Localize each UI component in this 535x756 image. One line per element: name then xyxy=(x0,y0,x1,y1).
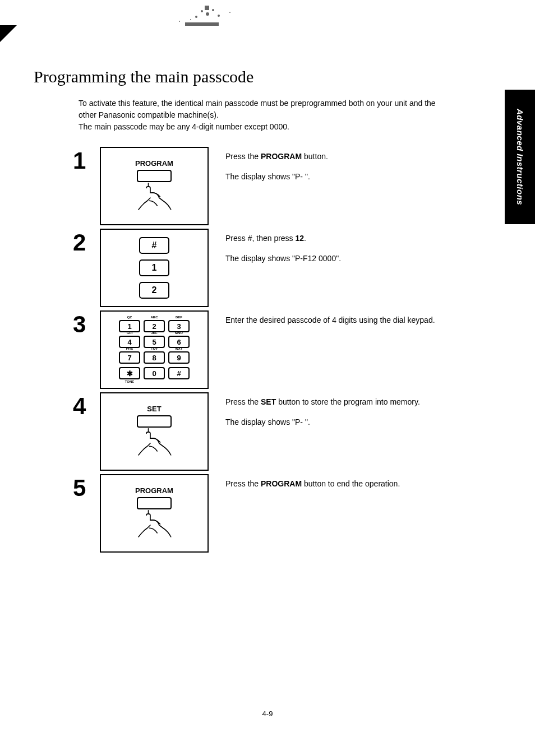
svg-point-5 xyxy=(190,19,191,20)
steps-list: 1 PROGRAM Press the PROGRAM button.The d… xyxy=(73,147,501,553)
step-description: Press the PROGRAM button to end the oper… xyxy=(209,474,400,498)
step-illustration: QZ 1 ABC 2 DEF 3 GHI 4 JKL 5 xyxy=(100,310,209,389)
intro-text: To activate this feature, the identical … xyxy=(79,98,449,133)
svg-rect-6 xyxy=(185,22,219,26)
svg-point-1 xyxy=(206,12,209,16)
keypad-key-5: JKL 5 xyxy=(144,336,165,348)
step-number: 3 xyxy=(73,310,100,336)
button-label: PROGRAM xyxy=(135,159,173,168)
button-label: SET xyxy=(147,405,161,413)
step-5: 5 PROGRAM Press the PROGRAM button to en… xyxy=(73,474,501,553)
step-illustration: PROGRAM xyxy=(100,474,209,553)
keypad-key-7: PRS 7 xyxy=(119,351,140,364)
step-description: Press the SET button to store the progra… xyxy=(209,392,420,437)
keypad-key-9: WXY 9 xyxy=(168,351,190,364)
step-number: 4 xyxy=(73,392,100,418)
intro-line-2: The main passcode may be any 4-digit num… xyxy=(79,122,289,131)
step-description: Enter the desired passcode of 4 digits u… xyxy=(209,310,435,334)
section-tab: Advanced Instructions xyxy=(505,90,535,224)
step-text-line: Press #, then press 12. xyxy=(225,232,341,244)
page-number: 4-9 xyxy=(34,709,501,718)
step-text-line: Press the PROGRAM button. xyxy=(225,150,328,163)
scan-artifact xyxy=(157,0,269,28)
step-text-line: Press the SET button to store the progra… xyxy=(225,396,420,408)
page-title: Programming the main passcode xyxy=(34,67,501,86)
step-text-line: Enter the desired passcode of 4 digits u… xyxy=(225,314,435,326)
hand-icon xyxy=(135,428,174,459)
hand-icon xyxy=(135,182,174,214)
step-text-line: The display shows "P- ". xyxy=(225,416,420,428)
button-icon xyxy=(137,415,172,428)
step-text-line: The display shows "P- ". xyxy=(225,170,328,183)
key-1: 1 xyxy=(139,259,169,276)
keypad-key-3: DEF 3 xyxy=(168,320,190,332)
keypad-key-1: QZ 1 xyxy=(119,320,140,332)
svg-rect-7 xyxy=(205,6,209,10)
keypad-key-✱: ✱ TONE xyxy=(119,367,140,379)
svg-point-9 xyxy=(229,12,230,13)
step-4: 4 SET Press the SET button to store the … xyxy=(73,392,501,471)
step-illustration: #12 xyxy=(100,229,209,307)
button-icon xyxy=(137,170,172,182)
step-illustration: SET xyxy=(100,392,209,471)
hand-icon xyxy=(135,509,174,541)
step-2: 2 #12 Press #, then press 12.The display… xyxy=(73,229,501,307)
step-3: 3 QZ 1 ABC 2 DEF 3 GHI 4 xyxy=(73,310,501,389)
keypad-key-6: MNO 6 xyxy=(168,336,190,348)
step-text-line: Press the PROGRAM button to end the oper… xyxy=(225,477,400,490)
step-number: 1 xyxy=(73,147,100,173)
keypad-key-0: 0 xyxy=(144,367,165,379)
key-2: 2 xyxy=(139,282,169,299)
keypad-key-8: TUV 8 xyxy=(144,351,165,364)
svg-point-2 xyxy=(212,9,214,11)
keypad-icon: QZ 1 ABC 2 DEF 3 GHI 4 JKL 5 xyxy=(119,320,190,379)
svg-point-3 xyxy=(195,16,197,18)
step-description: Press #, then press 12.The display shows… xyxy=(209,229,341,273)
page: Advanced Instructions Programming the ma… xyxy=(0,0,535,752)
page-corner-artifact xyxy=(0,25,17,42)
keypad-key-#: # xyxy=(168,367,190,379)
keypad-key-4: GHI 4 xyxy=(119,336,140,348)
step-number: 2 xyxy=(73,229,100,254)
button-label: PROGRAM xyxy=(135,486,173,495)
intro-line-1: To activate this feature, the identical … xyxy=(79,99,436,119)
step-description: Press the PROGRAM button.The display sho… xyxy=(209,147,328,191)
key-#: # xyxy=(139,237,169,254)
keypad-key-2: ABC 2 xyxy=(144,320,165,332)
button-icon xyxy=(137,497,172,509)
svg-point-4 xyxy=(218,15,220,17)
step-text-line: The display shows "P-F12 0000". xyxy=(225,252,341,265)
step-1: 1 PROGRAM Press the PROGRAM button.The d… xyxy=(73,147,501,225)
step-illustration: PROGRAM xyxy=(100,147,209,225)
step-number: 5 xyxy=(73,474,100,500)
svg-point-0 xyxy=(201,10,203,12)
svg-point-8 xyxy=(179,21,180,22)
